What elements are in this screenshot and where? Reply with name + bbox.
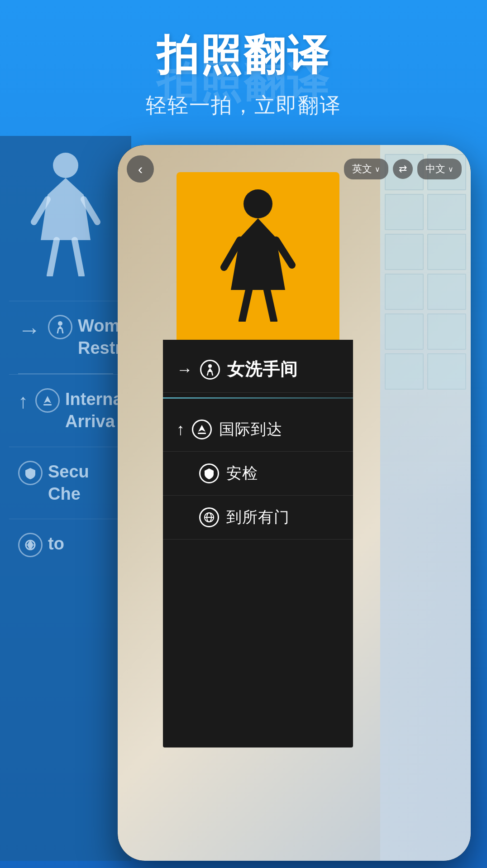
- sign-row-arrivals: ↑ 国际到达: [163, 403, 353, 452]
- svg-line-15: [267, 290, 274, 321]
- security-sign-icon: [199, 463, 219, 483]
- left-figure-area: [0, 136, 131, 292]
- back-icon: ‹: [138, 161, 143, 178]
- up-arrow-icon: ↑: [177, 420, 185, 439]
- window-pane: [385, 234, 424, 270]
- translation-bar: ‹ 英文 ∨ ⇄ 中文 ∨: [127, 159, 462, 179]
- page-wrapper: 拍照翻译 拍照翻译 轻轻一拍，立即翻译 →: [0, 0, 487, 868]
- window-pane: [385, 313, 424, 350]
- svg-point-16: [208, 364, 212, 368]
- phone-screen: → 女洗手间 ↑: [118, 145, 471, 861]
- left-sign-item-1: → Women'sRestroom: [9, 301, 122, 373]
- svg-point-0: [53, 153, 78, 178]
- arrow-right-icon: →: [18, 317, 41, 343]
- target-lang-label: 中文: [425, 162, 445, 176]
- arrivals-sign-icon: [192, 420, 212, 439]
- header-area: 拍照翻译 拍照翻译 轻轻一拍，立即翻译: [0, 27, 487, 120]
- left-bg-panel: → Women'sRestroom ↑: [0, 136, 131, 861]
- phone-mockup: → 女洗手间 ↑: [118, 145, 471, 861]
- swap-icon: ⇄: [399, 163, 407, 175]
- title-bg-text: 拍照翻译: [0, 54, 487, 111]
- arrivals-translated-text: 国际到达: [219, 419, 282, 440]
- left-bg-content: → Women'sRestroom ↑: [0, 292, 131, 580]
- womens-icon: [200, 360, 220, 380]
- left-sign-item-2: ↑ InternaArriva: [9, 374, 122, 447]
- svg-line-3: [50, 240, 57, 275]
- arrow-up-icon: ↑: [18, 390, 28, 413]
- security-text: SecuChe: [48, 461, 89, 506]
- restroom-icon: [48, 315, 72, 339]
- svg-line-18: [212, 372, 213, 376]
- source-lang-label: 英文: [352, 162, 372, 176]
- sign-post-yellow: [177, 172, 339, 344]
- svg-point-11: [244, 189, 272, 218]
- sign-row-security: 安检: [163, 452, 353, 496]
- svg-line-7: [62, 329, 63, 333]
- source-lang-dropdown: ∨: [375, 165, 380, 174]
- arrivals-text: InternaArriva: [65, 388, 123, 433]
- svg-line-6: [57, 329, 58, 333]
- womens-translated-text: 女洗手间: [227, 358, 298, 381]
- right-arrow-icon: →: [177, 360, 193, 379]
- security-icon: [18, 461, 43, 485]
- right-building: [380, 145, 471, 861]
- left-sign-item-4: to: [9, 519, 122, 571]
- gates-sign-icon: [199, 507, 219, 527]
- svg-line-4: [75, 240, 81, 275]
- sign-post-black: → 女洗手间 ↑: [163, 340, 353, 747]
- back-button[interactable]: ‹: [127, 155, 154, 183]
- window-grid: [380, 145, 471, 399]
- arrivals-icon: [35, 388, 60, 413]
- target-lang-selector[interactable]: 中文 ∨: [417, 159, 462, 179]
- swap-languages-button[interactable]: ⇄: [393, 159, 413, 179]
- source-lang-selector[interactable]: 英文 ∨: [344, 159, 388, 179]
- window-pane: [427, 274, 466, 310]
- window-pane: [385, 194, 424, 230]
- window-pane: [427, 194, 466, 230]
- female-figure: [217, 186, 299, 322]
- sign-row-womens: → 女洗手间: [163, 340, 353, 393]
- svg-line-14: [242, 290, 249, 321]
- window-pane: [427, 353, 466, 390]
- svg-rect-8: [43, 404, 52, 405]
- svg-point-5: [58, 321, 62, 326]
- window-pane: [427, 234, 466, 270]
- gates-icon: [18, 533, 43, 557]
- security-translated-text: 安检: [226, 463, 258, 484]
- left-sign-item-3: SecuChe: [9, 447, 122, 519]
- svg-line-17: [207, 372, 208, 376]
- sign-row-gates: 到所有门: [163, 496, 353, 540]
- window-pane: [385, 353, 424, 390]
- target-lang-dropdown: ∨: [448, 165, 454, 174]
- sign-divider-1: [163, 397, 353, 399]
- to-text: to: [48, 533, 64, 555]
- window-pane: [427, 313, 466, 350]
- gates-translated-text: 到所有门: [226, 507, 290, 528]
- window-pane: [385, 274, 424, 310]
- svg-rect-19: [198, 433, 206, 434]
